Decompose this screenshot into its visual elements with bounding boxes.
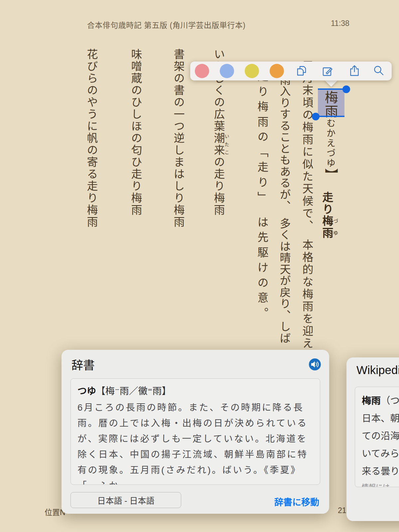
speaker-button[interactable]: [309, 358, 321, 370]
body-column-2: 梅雨入りすることもあるが、 多くは晴天が戻り、しば: [278, 63, 290, 344]
toolbar-pointer: [324, 80, 338, 87]
search-button[interactable]: [373, 65, 385, 77]
note-button[interactable]: [321, 65, 334, 77]
subheading-base: 梅雨: [321, 215, 333, 239]
wikipedia-line-text: （つ: [381, 395, 399, 406]
highlight-blue-button[interactable]: [220, 64, 234, 78]
highlight-orange-button[interactable]: [270, 64, 284, 78]
search-icon: [373, 65, 385, 77]
body-column-3: 走り梅雨の「走り」 は先駆けの意。: [256, 70, 268, 322]
selection-edge-top: [318, 88, 346, 90]
wikipedia-disclaimer: 情報には: [362, 481, 399, 487]
haiku-text: の走り梅雨: [212, 156, 224, 216]
wikipedia-line: ての沿海: [362, 427, 399, 445]
dictionary-definition: 6月ころの長雨の時節。また、その時期に降る長雨。暦の上では入梅・出梅の日が決めら…: [77, 400, 313, 485]
language-pair-button[interactable]: 日本語 - 日本語: [70, 492, 181, 508]
dictionary-card: 辞書 つゆ【梅⁻雨／黴⁼雨】 6月ころの長雨の時節。また、その時期に降る長雨。暦…: [62, 350, 329, 514]
entry-subheading: 走り梅雨づゆ: [321, 192, 338, 239]
highlight-pink-button[interactable]: [195, 64, 209, 78]
screen: { "header": { "title": "合本俳句歳時記 第五版 (角川学…: [0, 0, 399, 532]
wikipedia-line: 日本、朝: [362, 410, 399, 427]
dictionary-headword-kanji: 【梅⁻雨／黴⁼雨】: [96, 386, 171, 396]
entry-heading: 梅雨むかえづゆ】: [323, 90, 337, 182]
haiku-column-2: 書架の書の一つ逆しまはしり梅雨: [172, 49, 184, 228]
wikipedia-line: 梅雨（つ: [362, 392, 399, 410]
haiku-text: いちじくの広葉: [212, 49, 224, 132]
goto-dictionary-link[interactable]: 辞書に移動: [274, 495, 319, 508]
haiku-ruby-base: 潮来: [212, 132, 224, 156]
wikipedia-card: Wikipedia 梅雨（つ 日本、朝 ての沿海 いてみら 来る曇り 情報には: [346, 357, 399, 521]
dictionary-entry-box: つゆ【梅⁻雨／黴⁼雨】 6月ころの長雨の時節。また、その時期に降る長雨。暦の上で…: [70, 378, 320, 485]
entry-heading-bracket-close: 】: [323, 168, 338, 182]
book-title: 合本俳句歳時記 第五版 (角川学芸出版単行本): [0, 19, 332, 30]
selection-toolbar: [190, 62, 392, 80]
haiku-column-3: 味噌蔵のひしほの匂ひ走り梅雨: [130, 49, 141, 216]
haiku-ruby: 潮来いたこ: [212, 132, 224, 156]
wikipedia-line: 来る曇り: [362, 463, 399, 480]
selection-handle-start[interactable]: [342, 85, 350, 93]
haiku-column-4: 花びらのやうに帆の寄る走り梅雨: [85, 49, 97, 228]
entry-heading-reading: むかえづゆ: [325, 118, 335, 168]
dictionary-headword-line: つゆ【梅⁻雨／黴⁼雨】: [77, 384, 313, 397]
wikipedia-title: Wikipedia: [356, 363, 399, 377]
note-icon: [321, 65, 334, 77]
highlight-yellow-button[interactable]: [245, 64, 259, 78]
share-icon: [348, 65, 361, 77]
copy-button[interactable]: [295, 65, 308, 77]
share-button[interactable]: [348, 65, 361, 77]
speaker-icon: [309, 358, 321, 370]
copy-icon: [295, 65, 308, 77]
wikipedia-headword: 梅雨: [362, 395, 381, 406]
selected-word[interactable]: 梅雨: [323, 90, 338, 118]
dictionary-title: 辞書: [71, 356, 95, 373]
progress-label: 21: [338, 506, 346, 515]
wikipedia-line: いてみら: [362, 445, 399, 463]
clock: 11:38: [331, 19, 349, 28]
wikipedia-entry-box: 梅雨（つ 日本、朝 ての沿海 いてみら 来る曇り 情報には: [355, 387, 399, 487]
subheading-text: 走り: [321, 192, 333, 215]
body-column-1: 五月末頃の梅雨に似た天候で、 本格的な梅雨を迎える: [301, 60, 313, 362]
dictionary-headword-kana: つゆ: [77, 386, 96, 396]
subheading-ruby: 梅雨づゆ: [321, 215, 333, 239]
selection-handle-end[interactable]: [312, 113, 320, 120]
